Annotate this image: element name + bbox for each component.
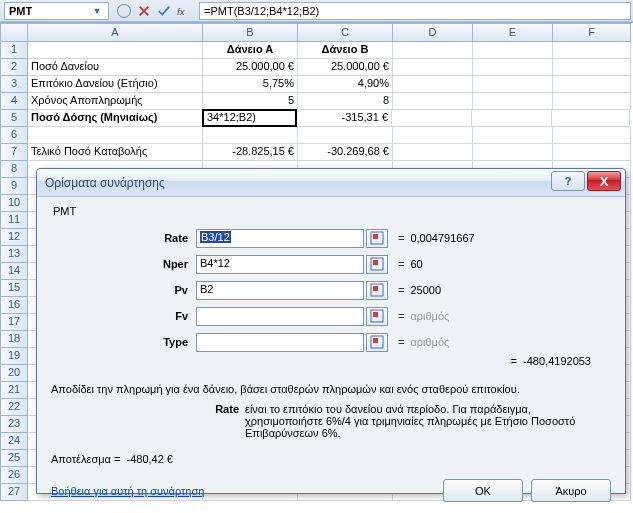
col-header[interactable]: B [203, 23, 298, 42]
ok-button[interactable]: OK [443, 479, 523, 502]
cell[interactable] [553, 42, 631, 59]
cell[interactable] [393, 42, 473, 59]
cell[interactable] [553, 76, 631, 93]
arg-nper-range-selector[interactable] [366, 255, 388, 274]
col-header[interactable]: D [393, 23, 473, 42]
cell[interactable] [553, 59, 631, 76]
cell[interactable] [298, 127, 393, 144]
cell[interactable] [28, 42, 203, 59]
row-header[interactable]: 10 [0, 195, 28, 212]
cell[interactable]: Ποσό Δόσης (Μηνιαίως) [28, 110, 203, 127]
arg-type-range-selector[interactable] [366, 333, 388, 352]
cell[interactable] [553, 93, 631, 110]
cell[interactable]: -315,31 € [297, 110, 392, 127]
arg-fv-range-selector[interactable] [366, 307, 388, 326]
row-header[interactable]: 8 [0, 161, 28, 178]
col-header[interactable]: A [28, 23, 203, 42]
name-box-text: PMT [9, 5, 32, 17]
cell[interactable] [393, 127, 473, 144]
row-header[interactable]: 15 [0, 280, 28, 297]
row-header[interactable]: 14 [0, 263, 28, 280]
arg-type-input[interactable] [196, 333, 364, 352]
col-header[interactable]: C [298, 23, 393, 42]
dialog-help-button[interactable]: ? [551, 171, 585, 191]
cell[interactable]: -28.825,15 € [203, 144, 298, 161]
row-header[interactable]: 6 [0, 127, 28, 144]
row-header[interactable]: 2 [0, 59, 28, 76]
row-header[interactable]: 27 [0, 484, 28, 501]
arg-rate-range-selector[interactable] [366, 229, 388, 248]
cell[interactable]: 4,90% [298, 76, 393, 93]
select-all-corner[interactable] [0, 23, 28, 42]
cell[interactable] [553, 127, 631, 144]
cell[interactable] [473, 42, 553, 59]
cell[interactable] [472, 110, 552, 127]
cell[interactable]: Επιτόκιο Δανείου (Ετήσιο) [28, 76, 203, 93]
row-header[interactable]: 9 [0, 178, 28, 195]
col-header[interactable]: F [553, 23, 631, 42]
cell[interactable] [28, 127, 203, 144]
cell[interactable]: Δάνειο Β [298, 42, 393, 59]
arg-fv-input[interactable] [196, 307, 364, 326]
name-box-dropdown-icon[interactable]: ▼ [90, 4, 104, 18]
cell[interactable] [393, 144, 473, 161]
formula-bar[interactable]: =PMT(B3/12;B4*12;B2) [199, 2, 631, 20]
cell[interactable]: 5,75% [203, 76, 298, 93]
row-header[interactable]: 21 [0, 382, 28, 399]
row-header[interactable]: 13 [0, 246, 28, 263]
cell[interactable]: Τελικό Ποσό Καταβολής [28, 144, 203, 161]
row-header[interactable]: 20 [0, 365, 28, 382]
fx-icon[interactable]: fx [177, 4, 191, 18]
arg-rate-input[interactable]: B3/12 [196, 229, 364, 248]
row-header[interactable]: 7 [0, 144, 28, 161]
dialog-close-button[interactable]: X [587, 171, 621, 191]
cell[interactable] [393, 59, 473, 76]
cell[interactable]: 25.000,00 € [203, 59, 298, 76]
dialog-titlebar[interactable]: Ορίσματα συνάρτησης ? X [37, 169, 625, 197]
row-header[interactable]: 11 [0, 212, 28, 229]
row-header[interactable]: 25 [0, 450, 28, 467]
cell[interactable] [473, 144, 553, 161]
row-header[interactable]: 26 [0, 467, 28, 484]
row-header[interactable]: 5 [0, 110, 28, 127]
enter-formula-icon[interactable] [157, 4, 171, 18]
cell[interactable] [473, 93, 553, 110]
cell[interactable] [553, 144, 631, 161]
cell[interactable] [393, 76, 473, 93]
arg-pv-input[interactable]: B2 [196, 281, 364, 300]
row-header[interactable]: 12 [0, 229, 28, 246]
cell[interactable] [392, 110, 472, 127]
cell[interactable]: 5 [203, 93, 298, 110]
row-header[interactable]: 1 [0, 42, 28, 59]
row-header[interactable]: 16 [0, 297, 28, 314]
col-header[interactable]: E [473, 23, 553, 42]
row-header[interactable]: 23 [0, 416, 28, 433]
row-header[interactable]: 3 [0, 76, 28, 93]
cell[interactable]: 34*12;B2) [202, 109, 297, 127]
arg-nper-input[interactable]: B4*12 [196, 255, 364, 274]
row-header[interactable]: 24 [0, 433, 28, 450]
row-header[interactable]: 18 [0, 331, 28, 348]
cell[interactable]: Ποσό Δανείου [28, 59, 203, 76]
cell[interactable] [473, 127, 553, 144]
cell[interactable] [552, 110, 630, 127]
row-header[interactable]: 22 [0, 399, 28, 416]
cell[interactable] [473, 59, 553, 76]
row-header[interactable]: 4 [0, 93, 28, 110]
row-header[interactable]: 19 [0, 348, 28, 365]
cell[interactable]: Δάνειο Α [203, 42, 298, 59]
arg-pv-label: Pv [51, 284, 196, 296]
cell[interactable] [203, 127, 298, 144]
cell[interactable] [393, 93, 473, 110]
cell[interactable]: -30.269,68 € [298, 144, 393, 161]
cell[interactable]: 25.000,00 € [298, 59, 393, 76]
name-box[interactable]: PMT ▼ [4, 2, 109, 20]
help-link[interactable]: Βοήθεια για αυτή τη συνάρτηση [51, 485, 204, 497]
cancel-formula-icon[interactable] [137, 4, 151, 18]
row-header[interactable]: 17 [0, 314, 28, 331]
cell[interactable] [473, 76, 553, 93]
cancel-button[interactable]: Άκυρο [531, 479, 611, 502]
cell[interactable]: 8 [298, 93, 393, 110]
cell[interactable]: Χρόνος Αποπληρωμής [28, 93, 203, 110]
arg-pv-range-selector[interactable] [366, 281, 388, 300]
